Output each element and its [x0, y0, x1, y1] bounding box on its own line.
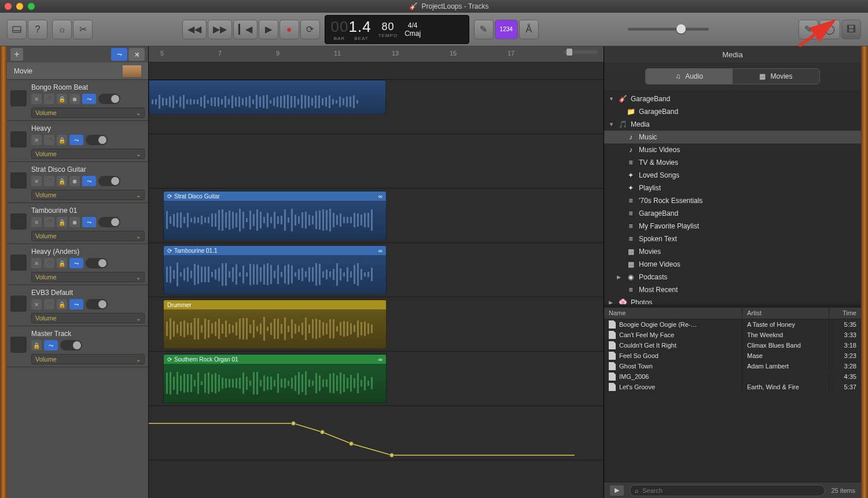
track-lane[interactable]: ⟳Southern Rock Organ 01∞ — [149, 352, 604, 406]
window-close[interactable] — [5, 3, 12, 10]
automation-point[interactable] — [291, 421, 296, 426]
automation-point[interactable] — [320, 430, 325, 434]
automation-point[interactable] — [349, 441, 354, 446]
notepad-button[interactable]: ✎ — [799, 20, 818, 39]
media-row[interactable]: Can't Feel My FaceThe Weeknd3:33 — [604, 330, 861, 340]
media-row[interactable]: Couldn't Get It RightClimax Blues Band3:… — [604, 340, 861, 351]
record-button[interactable]: ● — [279, 20, 299, 39]
media-browser-button[interactable]: 🎞 — [841, 20, 861, 39]
media-row[interactable]: Boogie Oogie Oogie (Re-…A Taste of Honey… — [604, 319, 861, 330]
disclosure-icon[interactable]: ▶ — [609, 300, 615, 304]
tree-item[interactable]: ▼🎸GarageBand — [604, 93, 861, 105]
tree-item[interactable]: ≡Most Recent — [604, 283, 861, 296]
disclosure-icon[interactable]: ▼ — [609, 121, 615, 127]
lock-button[interactable]: 🔒 — [57, 94, 67, 104]
automation-button[interactable]: ⤳ — [82, 217, 96, 227]
add-track-button[interactable]: + — [10, 48, 23, 61]
solo-button[interactable]: 🎧 — [44, 217, 54, 227]
input-monitor-button[interactable]: ⏺ — [69, 217, 80, 227]
automation-param-select[interactable]: Volume⌄ — [31, 313, 145, 323]
tree-item[interactable]: ▦Home Videos — [604, 258, 861, 271]
movie-lane[interactable] — [149, 62, 604, 80]
track-enable-toggle[interactable] — [98, 176, 120, 186]
mute-button[interactable]: ✕ — [31, 258, 42, 268]
automation-button[interactable]: ⤳ — [69, 299, 83, 309]
mute-button[interactable]: ✕ — [31, 135, 42, 145]
movie-track-header[interactable]: Movie — [7, 62, 148, 80]
tree-item[interactable]: ≡'70s Rock Essentials — [604, 194, 861, 207]
tree-item[interactable]: ♪Music Videos — [604, 143, 861, 156]
track-header[interactable]: EVB3 Default ✕ 🎧 🔒 ⤳ Volume⌄ — [7, 285, 148, 326]
automation-param-select[interactable]: Volume⌄ — [31, 272, 145, 282]
tree-item[interactable]: ▶◉Podcasts — [604, 271, 861, 283]
automation-point[interactable] — [389, 453, 394, 458]
tree-item[interactable]: ✦Playlist — [604, 182, 861, 194]
track-header[interactable]: Master Track 🔒 ⤳ Volume⌄ — [7, 326, 148, 367]
disclosure-icon[interactable]: ▶ — [617, 274, 623, 280]
track-enable-toggle[interactable] — [98, 217, 120, 227]
window-maximize[interactable] — [28, 3, 35, 10]
track-enable-toggle[interactable] — [86, 299, 108, 309]
track-lane[interactable] — [149, 406, 604, 460]
automation-param-select[interactable]: Volume⌄ — [31, 108, 145, 118]
cycle-button[interactable]: ⟳ — [300, 20, 320, 39]
lcd-display[interactable]: 001.4BAR BEAT 80TEMPO 4/4Cmaj — [325, 15, 469, 44]
region[interactable] — [149, 80, 386, 115]
tree-item[interactable]: ≡GarageBand — [604, 207, 861, 220]
quick-help-button[interactable]: ? — [28, 20, 47, 39]
track-lane[interactable]: Drummer — [149, 297, 604, 352]
rewind-button[interactable]: ◀◀ — [182, 20, 207, 39]
mute-button[interactable]: ✕ — [31, 94, 42, 104]
lock-button[interactable]: 🔒 — [57, 299, 67, 309]
media-row[interactable]: Ghost TownAdam Lambert3:28 — [604, 361, 861, 371]
track-enable-toggle[interactable] — [98, 94, 120, 104]
solo-button[interactable]: 🎧 — [44, 258, 54, 268]
media-file-list[interactable]: Boogie Oogie Oogie (Re-…A Taste of Honey… — [604, 319, 861, 482]
track-lane[interactable] — [149, 80, 604, 134]
track-enable-toggle[interactable] — [86, 258, 108, 268]
solo-button[interactable]: 🎧 — [44, 176, 54, 186]
track-lane[interactable]: ⟳Tambourine 01.1∞ — [149, 243, 604, 297]
master-volume-icon[interactable]: ✎ — [474, 20, 494, 39]
mute-button[interactable]: ✕ — [31, 176, 42, 186]
lock-button[interactable]: 🔒 — [57, 258, 67, 268]
track-header[interactable]: Tambourine 01 ✕ 🎧 🔒 ⏺ ⤳ Volume⌄ — [7, 203, 148, 244]
track-header[interactable]: Bongo Room Beat ✕ 🎧 🔒 ⏺ ⤳ Volume⌄ — [7, 80, 148, 121]
automation-button[interactable]: ⤳ — [82, 176, 96, 186]
input-monitor-button[interactable]: ⏺ — [69, 176, 80, 186]
solo-button[interactable]: 🎧 — [44, 299, 54, 309]
tree-item[interactable]: ▶🌸Photos — [604, 296, 861, 304]
master-volume-slider[interactable] — [628, 28, 709, 31]
window-minimize[interactable] — [16, 3, 23, 10]
mute-button[interactable]: ✕ — [31, 217, 42, 227]
lock-button[interactable]: 🔒 — [57, 135, 67, 145]
media-source-tree[interactable]: ▼🎸GarageBand📁GarageBand▼🎵Media♪Music♪Mus… — [604, 90, 861, 304]
forward-button[interactable]: ▶▶ — [208, 20, 232, 39]
automation-param-select[interactable]: Volume⌄ — [31, 354, 145, 364]
tuner-button[interactable]: Å — [519, 20, 539, 39]
automation-param-select[interactable]: Volume⌄ — [31, 231, 145, 241]
loop-browser-button[interactable]: ◯ — [819, 20, 840, 39]
tree-item[interactable]: 📁GarageBand — [604, 105, 861, 118]
search-input[interactable] — [642, 487, 820, 494]
editors-button[interactable]: ✂ — [73, 20, 93, 39]
lock-button[interactable]: 🔒 — [57, 217, 67, 227]
time-signature[interactable]: 4/4 — [404, 21, 421, 29]
column-artist[interactable]: Artist — [742, 308, 829, 319]
tree-item[interactable]: ✦Loved Songs — [604, 169, 861, 182]
arrange-area[interactable]: 57911131517 ⟳Strat Disco Guitar∞⟳Tambour… — [149, 46, 604, 498]
input-monitor-button[interactable]: ⏺ — [69, 94, 80, 104]
tab-movies[interactable]: ▦Movies — [733, 69, 819, 84]
tempo-value[interactable]: 80 — [378, 21, 398, 33]
preview-play-button[interactable]: ▶ — [610, 485, 624, 496]
track-lane[interactable] — [149, 134, 604, 189]
count-in-button[interactable]: 1234 — [495, 20, 518, 39]
automation-param-select[interactable]: Volume⌄ — [31, 190, 145, 200]
media-row[interactable]: Feel So GoodMase3:23 — [604, 351, 861, 361]
zoom-slider[interactable] — [563, 50, 598, 54]
solo-button[interactable]: 🎧 — [44, 135, 54, 145]
mute-button[interactable]: ✕ — [31, 299, 42, 309]
tree-item[interactable]: ▦Movies — [604, 245, 861, 258]
tree-item[interactable]: ≡TV & Movies — [604, 156, 861, 169]
column-time[interactable]: Time — [829, 308, 861, 319]
